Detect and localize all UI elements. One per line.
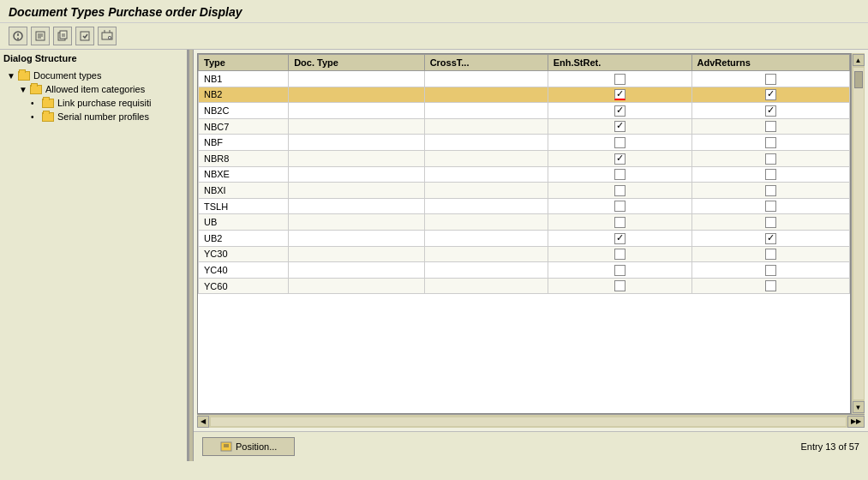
checkbox-adv[interactable] [765, 169, 776, 180]
checkbox-adv[interactable] [765, 153, 776, 165]
checkbox-adv[interactable] [765, 249, 776, 260]
cell-enh[interactable] [548, 135, 691, 151]
table-row[interactable]: YC40 [199, 262, 850, 279]
checkbox-adv[interactable] [765, 74, 776, 85]
horiz-scroll-end[interactable]: ▶▶ [847, 416, 865, 428]
cell-type: TSLH [199, 198, 289, 214]
checkbox-adv[interactable] [765, 280, 776, 291]
checkbox-adv[interactable] [765, 265, 776, 276]
horizontal-scrollbar[interactable]: ◀ ▶▶ [197, 414, 865, 428]
checkbox-adv[interactable] [765, 121, 776, 132]
vertical-scrollbar[interactable]: ▲ ▼ [851, 53, 865, 414]
cell-enh[interactable] [548, 183, 691, 199]
cell-enh[interactable] [548, 278, 691, 294]
checkbox-adv[interactable] [765, 137, 776, 148]
checkbox-enh[interactable] [614, 201, 626, 212]
cell-enh[interactable] [548, 166, 691, 183]
cell-type: NBXI [199, 183, 289, 199]
cell-adv[interactable] [691, 118, 849, 135]
table-row[interactable]: NBC7 [199, 118, 850, 135]
cell-adv[interactable] [691, 150, 849, 166]
table-row[interactable]: TSLH [199, 198, 850, 214]
cell-enh[interactable] [548, 262, 691, 279]
checkbox-enh[interactable] [614, 265, 626, 276]
scroll-track[interactable] [853, 68, 864, 399]
cell-enh[interactable] [548, 230, 691, 246]
checkbox-enh[interactable] [614, 74, 626, 85]
cell-enh[interactable] [548, 198, 691, 214]
checkbox-adv[interactable] [765, 185, 776, 196]
table-row[interactable]: NBR8 [199, 150, 850, 166]
cell-adv[interactable] [691, 71, 849, 87]
cell-adv[interactable] [691, 135, 849, 151]
tree-item-document-types[interactable]: ▼ Document types [3, 69, 183, 82]
cell-adv[interactable] [691, 103, 849, 119]
checkbox-enh[interactable] [614, 137, 626, 148]
folder-icon-2 [29, 83, 43, 95]
cell-adv[interactable] [691, 278, 849, 294]
cell-adv[interactable] [691, 214, 849, 231]
scroll-down-arrow[interactable]: ▼ [853, 401, 865, 413]
table-row[interactable]: NBXE [199, 166, 850, 183]
table-row[interactable]: YC60 [199, 278, 850, 294]
tree-item-allowed-categories[interactable]: ▼ Allowed item categories [3, 82, 183, 96]
checkbox-adv[interactable] [765, 233, 776, 244]
checkbox-enh[interactable] [614, 249, 626, 260]
scroll-left-arrow[interactable]: ◀ [197, 416, 209, 428]
cell-adv[interactable] [691, 230, 849, 246]
checkbox-enh[interactable] [614, 217, 626, 228]
checkbox-enh[interactable] [614, 105, 626, 117]
checkbox-enh[interactable] [614, 121, 626, 132]
cell-enh[interactable] [548, 71, 691, 87]
checkbox-adv[interactable] [765, 89, 776, 100]
table-row[interactable]: NB2C [199, 103, 850, 119]
checkbox-enh[interactable] [614, 233, 626, 244]
horiz-scroll-track[interactable] [211, 417, 846, 426]
table-row[interactable]: NBXI [199, 183, 850, 199]
toolbar-btn-5[interactable] [98, 27, 117, 45]
cell-enh[interactable] [548, 150, 691, 166]
table-row[interactable]: UB [199, 214, 850, 231]
cell-cross [424, 87, 548, 103]
tree-arrow-3: • [31, 99, 39, 108]
cell-enh[interactable] [548, 87, 691, 103]
cell-adv[interactable] [691, 262, 849, 279]
checkbox-adv[interactable] [765, 217, 776, 228]
table-row[interactable]: NB2 [199, 87, 850, 103]
checkbox-enh[interactable] [614, 153, 626, 165]
tree-label-link-purchase: Link purchase requisiti [57, 98, 151, 108]
position-button[interactable]: Position... [202, 437, 295, 456]
table-row[interactable]: NBF [199, 135, 850, 151]
scroll-up-arrow[interactable]: ▲ [853, 54, 865, 66]
checkbox-adv[interactable] [765, 105, 776, 117]
cell-adv[interactable] [691, 87, 849, 103]
cell-adv[interactable] [691, 183, 849, 199]
right-panel: Type Doc. Type CrossT... Enh.StRet. AdvR… [194, 50, 868, 461]
scroll-thumb[interactable] [854, 71, 863, 88]
toolbar-btn-2[interactable] [31, 27, 50, 45]
table-row[interactable]: YC30 [199, 246, 850, 262]
cell-enh[interactable] [548, 246, 691, 262]
cell-enh[interactable] [548, 103, 691, 119]
cell-doc-type [289, 150, 424, 166]
cell-adv[interactable] [691, 166, 849, 183]
col-header-type: Type [199, 55, 289, 71]
toolbar-btn-3[interactable] [53, 27, 72, 45]
toolbar-btn-4[interactable] [75, 27, 94, 45]
cell-doc-type [289, 230, 424, 246]
tree-item-link-purchase[interactable]: • Link purchase requisiti [3, 96, 183, 110]
cell-enh[interactable] [548, 118, 691, 135]
table-row[interactable]: NB1 [199, 71, 850, 87]
toolbar-btn-1[interactable] [9, 27, 27, 45]
cell-adv[interactable] [691, 246, 849, 262]
checkbox-enh[interactable] [614, 185, 626, 196]
cell-adv[interactable] [691, 198, 849, 214]
checkbox-adv[interactable] [765, 201, 776, 212]
folder-icon-1 [17, 69, 31, 81]
checkbox-enh[interactable] [614, 169, 626, 180]
tree-item-serial-number[interactable]: • Serial number profiles [3, 110, 183, 123]
checkbox-enh[interactable] [614, 280, 626, 291]
checkbox-enh[interactable] [614, 89, 626, 100]
cell-enh[interactable] [548, 214, 691, 231]
table-row[interactable]: UB2 [199, 230, 850, 246]
